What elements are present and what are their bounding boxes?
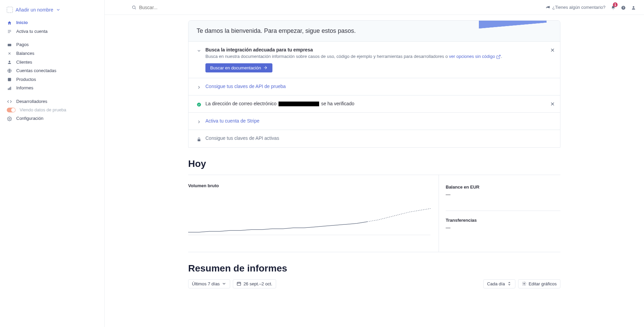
globe-icon <box>7 68 12 73</box>
gear-icon <box>522 281 527 286</box>
svg-rect-7 <box>8 78 11 81</box>
nav-item-customers[interactable]: Clientes <box>3 58 102 66</box>
toggle-switch-icon <box>7 108 16 112</box>
line-chart-svg <box>188 202 430 236</box>
reports-toolbar: Últimos 7 días 26 sept.–2 oct. Cada día <box>188 279 560 288</box>
svg-line-17 <box>498 55 500 57</box>
close-step-button[interactable]: ✕ <box>550 101 555 107</box>
nav-label: Informes <box>16 85 34 90</box>
step-title: Consigue tus claves de API de prueba <box>205 84 552 89</box>
reports-heading: Resumen de informes <box>188 263 560 274</box>
code-icon <box>7 99 12 104</box>
welcome-title: Te damos la bienvenida. Para empezar, si… <box>197 27 356 34</box>
svg-point-19 <box>197 103 201 107</box>
chevron-right-icon <box>197 84 201 90</box>
nav-label: Pagos <box>16 42 29 47</box>
step-activate-account[interactable]: Activa tu cuenta de Stripe <box>188 113 560 130</box>
nav-item-developers[interactable]: Desarrolladores <box>3 97 102 106</box>
no-code-link[interactable]: ver opciones sin código <box>449 54 501 59</box>
edit-charts-button[interactable]: Editar gráficos <box>518 279 560 288</box>
content: Te damos la bienvenida. Para empezar, si… <box>105 15 644 327</box>
help-button[interactable]: ? <box>621 4 626 10</box>
chevron-down-icon[interactable] <box>197 48 201 53</box>
date-range-selector[interactable]: 26 sept.–2 oct. <box>233 279 276 288</box>
welcome-card: Te damos la bienvenida. Para empezar, si… <box>188 20 560 148</box>
nav-label: Productos <box>16 77 36 82</box>
today-overview: Volumen bruto Balance en EUR — Transfere… <box>188 175 560 252</box>
step-email-verified: La dirección de correo electrónico se ha… <box>188 95 560 113</box>
search-docs-button[interactable]: Buscar en documentación <box>205 63 272 72</box>
calendar-icon <box>237 281 241 286</box>
svg-point-12 <box>132 6 135 8</box>
nav-item-home[interactable]: Inicio <box>3 18 102 27</box>
feedback-text: ¿Tienes algún comentario? <box>552 5 605 10</box>
main: ¿Tienes algún comentario? 1 ? Te damo <box>105 0 644 327</box>
granularity-selector[interactable]: Cada día <box>483 279 515 288</box>
stat-transfers: Transferencias — <box>446 211 560 244</box>
close-step-button[interactable]: ✕ <box>550 47 555 53</box>
nav-item-balances[interactable]: Balances <box>3 49 102 58</box>
customers-icon <box>7 59 12 65</box>
nav-item-payments[interactable]: Pagos <box>3 40 102 49</box>
balances-icon <box>7 51 12 56</box>
stat-value: — <box>446 192 560 197</box>
step-api-test[interactable]: Consigue tus claves de API de prueba <box>188 78 560 95</box>
notifications-button[interactable]: 1 <box>611 4 616 10</box>
redacted-email <box>279 102 319 106</box>
svg-text:?: ? <box>623 6 624 9</box>
lock-icon <box>197 136 201 141</box>
profile-button[interactable] <box>631 4 636 10</box>
svg-rect-9 <box>9 87 10 90</box>
svg-rect-10 <box>10 87 11 90</box>
reports-icon <box>7 85 12 91</box>
nav-label: Activa tu cuenta <box>16 29 48 34</box>
step-api-live: Consigue tus claves de API activas <box>188 130 560 147</box>
onboarding-steps: Busca la integración adecuada para tu em… <box>188 41 560 147</box>
period-selector[interactable]: Últimos 7 días <box>188 279 230 288</box>
chart-title: Volumen bruto <box>188 183 430 188</box>
check-circle-icon <box>197 102 201 107</box>
step-title: Activa tu cuenta de Stripe <box>205 118 552 124</box>
nav-label: Desarrolladores <box>16 99 47 104</box>
search-input[interactable] <box>139 5 540 10</box>
stat-value: — <box>446 225 560 230</box>
step-title: Consigue tus claves de API activas <box>205 135 552 141</box>
svg-rect-8 <box>8 88 8 90</box>
home-icon <box>7 20 12 25</box>
nav-label: Balances <box>16 51 34 56</box>
step-title: La dirección de correo electrónico se ha… <box>205 101 552 106</box>
chevron-updown-icon <box>507 281 512 286</box>
nav-item-settings[interactable]: Configuración <box>3 114 102 123</box>
topbar: ¿Tienes algún comentario? 1 ? <box>105 0 644 15</box>
test-mode-toggle[interactable]: Viendo datos de prueba <box>3 106 102 114</box>
arrow-right-icon <box>263 65 268 70</box>
svg-point-26 <box>524 283 525 285</box>
step-description: Busca en nuestra documentación informaci… <box>205 54 552 59</box>
svg-point-11 <box>9 118 10 119</box>
svg-line-13 <box>135 8 136 9</box>
topbar-right: ¿Tienes algún comentario? 1 ? <box>546 4 636 10</box>
svg-point-4 <box>9 61 10 62</box>
step-integration: Busca la integración adecuada para tu em… <box>188 42 560 78</box>
chevron-down-icon <box>56 7 61 12</box>
svg-point-16 <box>633 6 635 8</box>
settings-label: Configuración <box>16 116 43 121</box>
nav-item-connect[interactable]: Cuentas conectadas <box>3 66 102 75</box>
nav: Inicio Activa tu cuenta Pagos Balances <box>0 18 104 123</box>
today-heading: Hoy <box>188 158 560 169</box>
user-icon <box>631 5 636 10</box>
account-name: Añadir un nombre <box>16 7 53 13</box>
nav-label: Clientes <box>16 60 32 65</box>
account-switcher[interactable]: Añadir un nombre <box>0 5 104 18</box>
nav-item-reports[interactable]: Informes <box>3 84 102 92</box>
payments-icon <box>7 42 12 47</box>
feedback-link[interactable]: ¿Tienes algún comentario? <box>546 5 605 10</box>
search-icon <box>132 5 136 10</box>
stat-label: Transferencias <box>446 218 560 223</box>
svg-rect-20 <box>198 139 200 141</box>
checklist-icon <box>7 29 12 34</box>
step-title: Busca la integración adecuada para tu em… <box>205 47 552 52</box>
nav-item-activate[interactable]: Activa tu cuenta <box>3 27 102 36</box>
products-icon <box>7 77 12 82</box>
nav-item-products[interactable]: Productos <box>3 75 102 84</box>
